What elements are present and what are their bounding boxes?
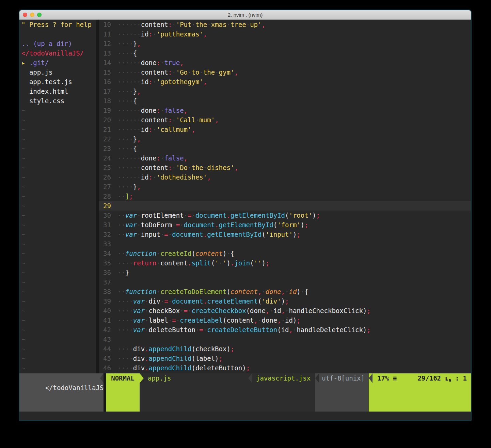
code-token: { (133, 49, 137, 57)
explorer-item[interactable]: app.test.js (19, 77, 96, 87)
code-line-text: ··var·rootElement·=·document.getElementB… (111, 211, 320, 220)
code-token: . (215, 221, 219, 229)
explorer-item[interactable]: index.html (19, 87, 96, 96)
code-token: · (172, 68, 176, 76)
code-token: = (188, 212, 191, 219)
code-line[interactable]: 15······content:·'Go·to·the·gym', (99, 67, 471, 77)
code-line[interactable]: 41····var·label·=·createLabel(content,·d… (99, 315, 471, 325)
explorer-item[interactable]: style.css (19, 96, 96, 106)
code-token: 'putthexmas' (157, 30, 203, 38)
code-line[interactable]: 14······done:·true, (99, 58, 471, 67)
explorer-token: .. (up a dir) (21, 40, 72, 47)
code-line[interactable]: 25······content:·'Do·the·dishes', (99, 163, 471, 172)
vertical-split[interactable] (96, 20, 99, 373)
code-line[interactable]: 38··function·createToDoElement(content,·… (99, 287, 471, 296)
code-token: content (141, 21, 168, 28)
code-line[interactable]: 46····div.appendChild(deleteButton); (99, 363, 471, 373)
code-line[interactable]: 40····var·checkBox·=·createCheckbox(done… (99, 306, 471, 315)
code-line[interactable]: 31··var·toDoForm·=·document.getElementBy… (99, 220, 471, 230)
close-button[interactable] (23, 13, 27, 17)
code-line[interactable]: 35····return·content.split('·').join('')… (99, 258, 471, 268)
code-token: : (168, 164, 172, 171)
code-line[interactable]: 19······done:·false, (99, 106, 471, 115)
code-line[interactable]: 11······id:·'putthexmas', (99, 29, 471, 39)
explorer-token: app.test.js (21, 78, 72, 86)
line-number: 24 (99, 153, 111, 163)
code-line[interactable]: 44····div.appendChild(checkBox); (99, 344, 471, 354)
position-segment: 17% ≡ 29/162 ʟɴ : 1 (369, 373, 471, 412)
code-token: id (141, 30, 149, 38)
empty-line-tilde: ~ (19, 325, 96, 335)
code-token: ···· (117, 364, 133, 372)
code-line[interactable]: 36··} (99, 268, 471, 277)
code-line[interactable]: 13····{ (99, 48, 471, 58)
explorer-item[interactable]: </todoVanillaJS/ (19, 48, 96, 58)
code-line[interactable]: 24······done:·false, (99, 153, 471, 163)
code-token: ( (273, 221, 277, 229)
explorer-token: app.js (21, 68, 53, 76)
code-line[interactable]: 18····{ (99, 96, 471, 106)
code-line-text: ··function·createId(content)·{ (111, 249, 234, 258)
code-token: ) (226, 345, 230, 353)
code-line[interactable]: 10······content:·'Put·the·xmas·tree·up', (99, 20, 471, 29)
code-line[interactable]: 39····var·div·=·document.createElement('… (99, 296, 471, 306)
explorer-header-line[interactable]: .. (up a dir) (19, 39, 96, 48)
code-token: } (125, 269, 129, 276)
code-line[interactable]: 45····div.appendChild(label); (99, 354, 471, 363)
code-token: appendChild (149, 345, 192, 353)
line-number: 31 (99, 220, 111, 230)
code-line[interactable]: 23····{ (99, 144, 471, 153)
code-token: id (141, 78, 149, 86)
code-line[interactable]: 21······id:·'callmum', (99, 125, 471, 134)
line-number: 28 (99, 191, 111, 201)
code-line[interactable]: 16······id:·'gotothegym', (99, 77, 471, 87)
code-line[interactable]: 42····var·deleteButton·=·createDeleteBut… (99, 325, 471, 335)
code-token: ) (226, 259, 230, 267)
code-line[interactable]: 34··function·createId(content)·{ (99, 249, 471, 258)
traffic-lights (23, 10, 42, 19)
code-token: · (188, 307, 191, 314)
code-line[interactable]: 22····}, (99, 134, 471, 144)
explorer-item[interactable]: app.js (19, 67, 96, 77)
code-line[interactable]: 32··var·input·=·document.getElementById(… (99, 230, 471, 239)
code-token: · (195, 326, 199, 334)
code-token: . (145, 355, 148, 362)
code-token: ( (250, 259, 254, 267)
empty-line-tilde: ~ (19, 163, 96, 172)
code-token: · (145, 307, 148, 314)
code-token: var (125, 221, 137, 229)
code-line[interactable]: 27····}, (99, 182, 471, 191)
code-line[interactable]: 12····}, (99, 39, 471, 48)
command-line[interactable] (19, 412, 471, 420)
line-number: 11 (99, 29, 111, 39)
code-line-cursor[interactable]: 29 (99, 201, 471, 211)
code-line[interactable]: 28··]; (99, 191, 471, 201)
code-line[interactable]: 30··var·rootElement·=·document.getElemen… (99, 211, 471, 220)
explorer-item[interactable]: ▸ .git/ (19, 58, 96, 67)
minimize-button[interactable] (30, 13, 34, 17)
code-token: · (281, 316, 285, 324)
code-line[interactable]: 20······content:·'Call·mum', (99, 115, 471, 125)
line-number: 27 (99, 182, 111, 191)
zoom-button[interactable] (37, 13, 42, 17)
code-area[interactable]: 10······content:·'Put·the·xmas·tree·up',… (99, 20, 471, 373)
code-token: , (266, 307, 269, 314)
empty-line-tilde: ~ (19, 258, 96, 268)
code-token: ) (281, 297, 285, 305)
code-token: · (180, 307, 184, 314)
code-line[interactable]: 43 (99, 335, 471, 344)
code-token: · (156, 259, 160, 267)
code-token: 'Call·mum' (176, 116, 215, 124)
line-number: 13 (99, 48, 111, 58)
code-token: = (176, 221, 180, 229)
code-token: ) (262, 259, 265, 267)
code-line[interactable]: 17····}, (99, 87, 471, 96)
code-token: ) (363, 307, 367, 314)
code-line[interactable]: 37 (99, 277, 471, 287)
code-token: { (304, 288, 308, 295)
code-token: ···· (117, 135, 133, 143)
code-token: : (149, 126, 153, 133)
code-line[interactable]: 26······id:·'dothedishes', (99, 172, 471, 182)
code-line[interactable]: 33 (99, 239, 471, 249)
file-explorer[interactable]: " Press ? for help.. (up a dir)</todoVan… (19, 20, 96, 373)
